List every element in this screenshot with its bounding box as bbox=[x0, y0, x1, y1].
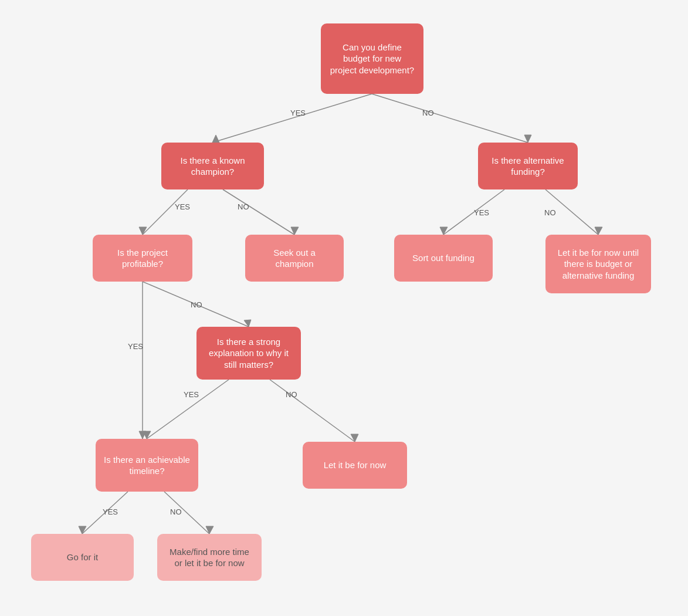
svg-line-16 bbox=[147, 380, 229, 439]
svg-marker-23 bbox=[206, 526, 213, 534]
node-achievable-timeline[interactable]: Is there an achievable timeline? bbox=[96, 439, 198, 492]
svg-line-0 bbox=[212, 94, 372, 143]
svg-marker-1 bbox=[212, 135, 219, 143]
svg-line-2 bbox=[372, 94, 528, 143]
svg-marker-11 bbox=[595, 227, 602, 235]
node-strong-explanation[interactable]: Is there a strong explanation to why it … bbox=[196, 327, 301, 380]
node-root[interactable]: Can you define budget for new project de… bbox=[321, 23, 423, 94]
label-n8-no: NO bbox=[170, 507, 182, 516]
node-sort-funding[interactable]: Sort out funding bbox=[394, 235, 493, 282]
flowchart-diagram: YES NO YES NO YES NO NO YES YES NO YES N… bbox=[0, 0, 688, 616]
label-n1-yes: YES bbox=[175, 202, 190, 211]
svg-marker-17 bbox=[143, 431, 151, 439]
svg-marker-5 bbox=[139, 227, 147, 235]
node-make-find-time[interactable]: Make/find more time or let it be for now bbox=[157, 534, 262, 581]
svg-marker-15 bbox=[139, 431, 146, 439]
label-n7-yes: YES bbox=[184, 390, 199, 399]
svg-line-18 bbox=[270, 380, 355, 442]
label-n3-yes: YES bbox=[128, 342, 143, 351]
svg-line-6 bbox=[223, 189, 294, 235]
label-n7-no: NO bbox=[286, 390, 297, 399]
svg-marker-3 bbox=[524, 135, 531, 143]
label-root-no: NO bbox=[422, 109, 434, 117]
svg-marker-9 bbox=[440, 227, 448, 235]
node-let-be-budget[interactable]: Let it be for now until there is budget … bbox=[545, 235, 651, 293]
label-n1-no: NO bbox=[238, 202, 249, 211]
node-go-for-it[interactable]: Go for it bbox=[31, 534, 134, 581]
svg-marker-13 bbox=[244, 320, 251, 327]
node-alternative-funding[interactable]: Is there alternative funding? bbox=[478, 143, 578, 189]
label-n2-no: NO bbox=[544, 208, 556, 217]
svg-marker-7 bbox=[291, 227, 299, 235]
node-project-profitable[interactable]: Is the project profitable? bbox=[93, 235, 192, 282]
label-n3-no: NO bbox=[191, 300, 202, 309]
label-n8-yes: YES bbox=[103, 507, 118, 516]
node-let-be-now[interactable]: Let it be for now bbox=[303, 442, 407, 489]
label-n2-yes: YES bbox=[474, 208, 489, 217]
svg-line-4 bbox=[143, 189, 188, 235]
svg-marker-19 bbox=[351, 434, 358, 442]
label-root-yes: YES bbox=[290, 109, 306, 117]
node-known-champion[interactable]: Is there a known champion? bbox=[161, 143, 264, 189]
svg-marker-21 bbox=[79, 526, 86, 534]
node-seek-champion[interactable]: Seek out a champion bbox=[245, 235, 344, 282]
